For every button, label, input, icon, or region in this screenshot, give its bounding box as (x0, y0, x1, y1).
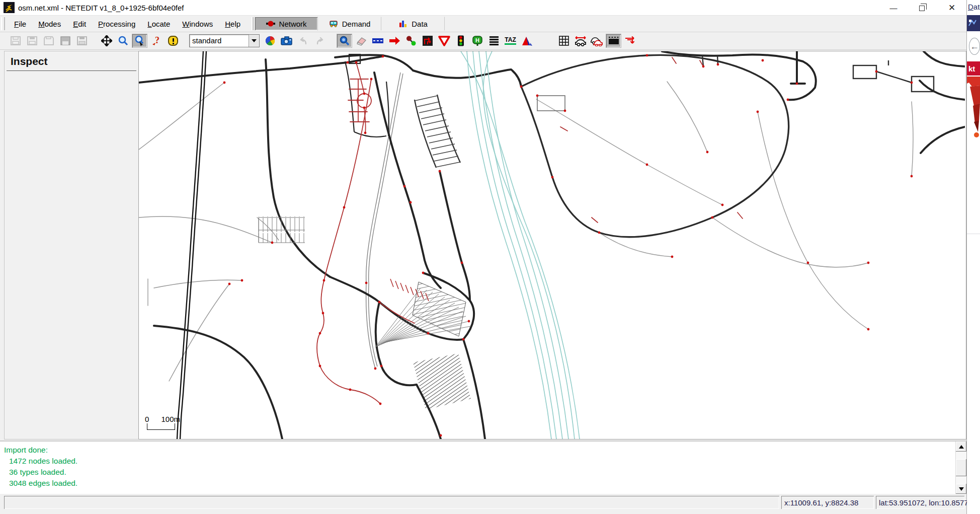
zoom-in-button[interactable] (115, 34, 131, 48)
move-mode-button[interactable] (403, 34, 419, 48)
crossing-mode-button[interactable] (486, 34, 502, 48)
data-supermode-button[interactable]: Data (381, 17, 445, 31)
message-log[interactable]: Import done: 1472 nodes loaded. 36 types… (0, 442, 955, 494)
taz-mode-button[interactable]: TAZ (503, 34, 518, 48)
window-controls: — ✕ (879, 0, 966, 15)
prohibition-mode-button[interactable] (436, 34, 452, 48)
undo-button[interactable] (295, 34, 311, 48)
dashed-selection-box-icon (608, 36, 620, 46)
floppy-disk-icon (27, 36, 38, 46)
connection-mode-button[interactable] (420, 34, 435, 48)
red-question-icon: ? (151, 35, 162, 46)
view-tool-group: ? (97, 34, 182, 48)
menu-windows[interactable]: Windows (176, 18, 219, 30)
scrollbar-thumb[interactable] (956, 459, 966, 476)
log-line: 1472 nodes loaded. (4, 456, 953, 467)
save-joined-junctions-button[interactable] (41, 34, 56, 48)
map-canvas[interactable]: 0 100m (139, 51, 966, 439)
network-supermode-button[interactable]: Network (255, 17, 318, 31)
minimize-button[interactable]: — (879, 0, 908, 15)
status-latlon-field: lat:53.951072, lon:10.857791 (876, 496, 964, 509)
inspect-mode-button[interactable] (337, 34, 352, 48)
redo-arrow-icon (314, 36, 325, 46)
file-tool-group (6, 34, 91, 48)
view-scheme-combobox[interactable]: standard (189, 34, 260, 47)
query-position-button[interactable]: ? (148, 34, 164, 48)
shape-mode-button[interactable] (519, 34, 535, 48)
scroll-up-button[interactable] (956, 442, 966, 452)
scroll-down-button[interactable] (956, 484, 966, 494)
restore-icon (919, 6, 925, 11)
right-loop-road (521, 55, 789, 237)
menu-locate[interactable]: Locate (141, 18, 176, 30)
snapshot-button[interactable] (279, 34, 294, 48)
menu-processing[interactable]: Processing (92, 18, 141, 30)
bent-arrows-icon (624, 35, 636, 46)
camera-icon (281, 36, 293, 46)
menu-modes[interactable]: Modes (32, 18, 67, 30)
background-app-toolbar (967, 15, 980, 31)
svg-text:H: H (475, 37, 479, 43)
red-graphic (967, 76, 980, 141)
save-network-button[interactable] (8, 34, 23, 48)
restore-button[interactable] (908, 0, 937, 15)
combobox-dropdown-button[interactable] (249, 35, 259, 47)
menubar: File Modes Edit Processing Locate Window… (6, 16, 249, 32)
scrollbar-track[interactable] (956, 452, 966, 484)
select-mode-button[interactable] (370, 34, 385, 48)
two-cars-icon (591, 35, 604, 46)
view-options-group (554, 34, 639, 48)
main-area: Inspect (0, 50, 966, 440)
lane-select-icon (372, 36, 384, 45)
scalebar-bracket (147, 423, 175, 430)
inspect-frame: Inspect (4, 51, 139, 439)
redo-button[interactable] (312, 34, 328, 48)
menu-edit[interactable]: Edit (67, 18, 92, 30)
demand-elements-toggle-button[interactable] (589, 34, 605, 48)
floppy-disk-icon (43, 36, 54, 46)
demand-supermode-button[interactable]: Demand (318, 17, 381, 31)
zoom-extents-button[interactable] (132, 34, 147, 48)
supermode-switcher: Network Demand Data (255, 16, 445, 32)
warning-messages-button[interactable] (165, 34, 181, 48)
close-button[interactable]: ✕ (937, 0, 966, 15)
warning-exclamation-icon (168, 35, 179, 46)
background-app-menu-label[interactable]: Date (967, 0, 980, 15)
grid-icon (558, 35, 569, 46)
select-edges-toggle-button[interactable] (606, 34, 621, 48)
strip-divider (967, 234, 980, 234)
magnifier-cursor-icon (134, 35, 145, 46)
network-mode-icon (266, 19, 275, 28)
menu-file[interactable]: File (8, 18, 32, 30)
titlebar[interactable]: osm.net.xml - NETEDIT v1_8_0+1925-6bf04e… (0, 0, 966, 15)
recenter-view-button[interactable] (99, 34, 114, 48)
delete-mode-button[interactable] (353, 34, 369, 48)
log-scrollbar[interactable] (955, 442, 966, 494)
yield-triangle-icon (438, 36, 450, 46)
create-edge-mode-button[interactable] (386, 34, 402, 48)
elevation-toggle-button[interactable] (573, 34, 588, 48)
save-additionals-button[interactable] (57, 34, 73, 48)
edit-color-scheme-button[interactable] (262, 34, 278, 48)
supermode-grip[interactable] (252, 17, 254, 30)
map-scalebar: 0 100m (144, 415, 184, 430)
data-mode-icon (398, 19, 407, 28)
save-demand-button[interactable] (74, 34, 90, 48)
additional-mode-button[interactable]: H (469, 34, 485, 48)
inspect-frame-title: Inspect (7, 51, 136, 71)
log-line: 3048 edges loaded. (4, 478, 953, 489)
back-arrow-icon: ← (969, 38, 980, 55)
network-mode-group: H TAZ (335, 34, 536, 48)
save-plain-xml-button[interactable] (24, 34, 40, 48)
back-navigation-row[interactable]: ← (967, 31, 980, 61)
log-line: Import done: (4, 445, 953, 456)
floppy-disk-icon (76, 36, 88, 46)
traffic-light-mode-button[interactable] (453, 34, 468, 48)
menu-help[interactable]: Help (219, 18, 247, 30)
menubar-grip[interactable] (1, 17, 5, 30)
status-xy-field: x:11009.61, y:8824.38 (781, 496, 874, 509)
toolbar: ? standard (0, 32, 966, 50)
desktop-screen: osm.net.xml - NETEDIT v1_8_0+1925-6bf04e… (0, 0, 980, 514)
grid-toggle-button[interactable] (556, 34, 571, 48)
show-connections-toggle-button[interactable] (622, 34, 638, 48)
